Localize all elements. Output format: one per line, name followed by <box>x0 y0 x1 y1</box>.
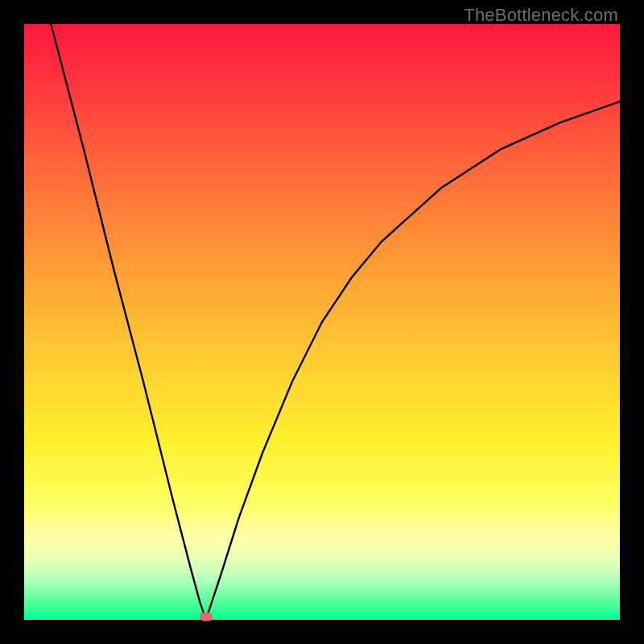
chart-frame: TheBottleneck.com <box>0 0 644 644</box>
optimal-marker <box>200 612 213 621</box>
plot-area <box>24 24 620 620</box>
bottleneck-curve <box>24 24 620 620</box>
watermark-text: TheBottleneck.com <box>464 5 618 26</box>
curve-right-branch <box>207 101 620 616</box>
curve-left-branch <box>51 24 204 617</box>
